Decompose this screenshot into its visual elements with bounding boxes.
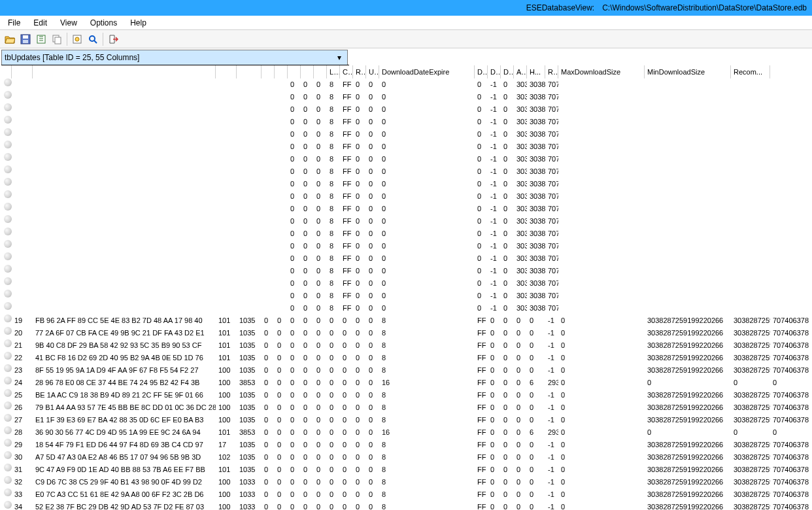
menu-options[interactable]: Options [84, 17, 124, 29]
menu-file[interactable]: File [1, 17, 27, 29]
menu-view[interactable]: View [54, 17, 84, 29]
open-icon[interactable] [3, 32, 17, 46]
svg-point-7 [75, 37, 79, 41]
copy-icon[interactable] [50, 32, 64, 46]
properties-icon[interactable] [70, 32, 84, 46]
window-titlebar: ESEDatabaseView: C:\Windows\SoftwareDist… [0, 0, 812, 16]
toolbar [0, 30, 812, 48]
table-selector-combo[interactable]: tbUpdates [Table ID = 25, 55 Columns] ▾ … [1, 50, 348, 65]
svg-point-8 [90, 36, 95, 41]
exit-icon[interactable] [106, 32, 120, 46]
refresh-icon[interactable] [34, 32, 48, 46]
toolbar-separator-2 [103, 33, 103, 46]
chevron-down-icon[interactable]: ▾ [334, 50, 345, 65]
save-icon[interactable] [18, 32, 33, 46]
menubar: File Edit View Options Help [0, 16, 812, 30]
title-app: ESEDatabaseView: [526, 3, 595, 12]
find-icon[interactable] [86, 32, 100, 46]
toolbar-separator [67, 33, 67, 46]
svg-rect-1 [23, 35, 28, 39]
svg-rect-5 [55, 37, 61, 44]
combo-selected-text: tbUpdates [Table ID = 25, 55 Columns] [5, 50, 139, 65]
svg-rect-2 [23, 40, 28, 43]
title-path: C:\Windows\SoftwareDistribution\DataStor… [602, 3, 807, 12]
menu-help[interactable]: Help [124, 17, 153, 29]
menu-edit[interactable]: Edit [27, 17, 54, 29]
